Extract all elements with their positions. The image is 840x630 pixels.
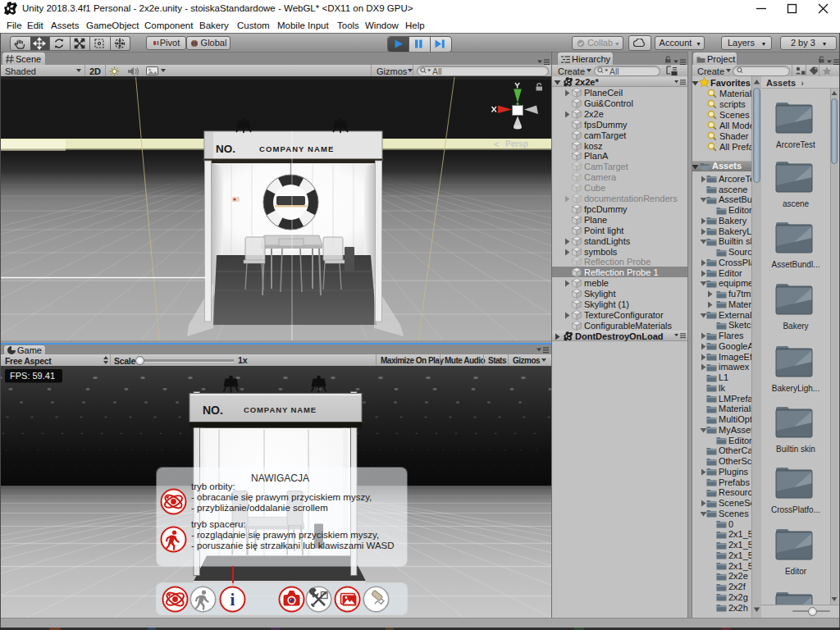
svg-text:NO.: NO. (216, 143, 235, 155)
svg-text:Persp: Persp (505, 139, 528, 148)
svg-text:COMPANY NAME: COMPANY NAME (259, 144, 335, 153)
svg-text:i: i (230, 590, 235, 609)
svg-text:NO.: NO. (203, 403, 223, 416)
svg-text:COMPANY NAME: COMPANY NAME (244, 404, 317, 413)
svg-text:FPS: 59.41: FPS: 59.41 (10, 371, 55, 381)
